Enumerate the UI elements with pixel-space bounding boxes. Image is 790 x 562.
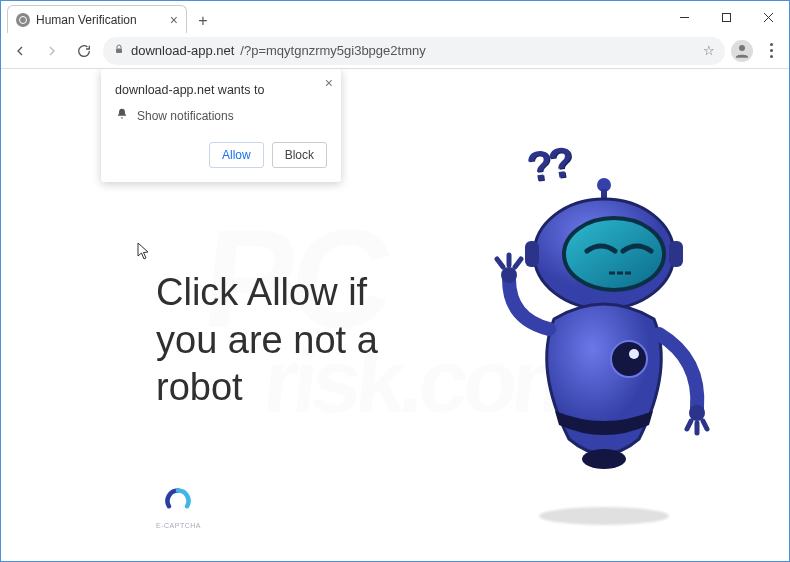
allow-button[interactable]: Allow bbox=[209, 142, 264, 168]
headline-line-2: you are not a bbox=[156, 317, 378, 365]
svg-rect-1 bbox=[722, 13, 730, 21]
headline: Click Allow if you are not a robot bbox=[156, 269, 378, 412]
popup-close-button[interactable]: × bbox=[325, 75, 333, 91]
minimize-button[interactable] bbox=[663, 3, 705, 31]
address-bar[interactable]: download-app.net/?p=mqytgnzrmy5gi3bpge2t… bbox=[103, 37, 725, 65]
robot-illustration: ?? bbox=[469, 159, 739, 529]
svg-point-15 bbox=[611, 341, 647, 377]
svg-point-9 bbox=[564, 218, 664, 290]
forward-button[interactable] bbox=[39, 38, 65, 64]
globe-icon bbox=[16, 13, 30, 27]
svg-point-19 bbox=[582, 449, 626, 469]
page-content: PC risk.com × download-app.net wants to … bbox=[1, 69, 789, 561]
back-button[interactable] bbox=[7, 38, 33, 64]
block-button[interactable]: Block bbox=[272, 142, 327, 168]
captcha-badge: E-CAPTCHA bbox=[156, 488, 201, 529]
notification-permission-popup: × download-app.net wants to Show notific… bbox=[101, 69, 341, 182]
kebab-menu-button[interactable] bbox=[759, 39, 783, 63]
close-tab-button[interactable]: × bbox=[170, 13, 178, 27]
svg-rect-14 bbox=[669, 241, 683, 267]
svg-rect-13 bbox=[525, 241, 539, 267]
close-window-button[interactable] bbox=[747, 3, 789, 31]
url-host: download-app.net bbox=[131, 43, 234, 58]
lock-icon bbox=[113, 43, 125, 58]
popup-origin-text: download-app.net wants to bbox=[115, 83, 327, 97]
tab-title: Human Verification bbox=[36, 13, 137, 27]
svg-point-16 bbox=[629, 349, 639, 359]
cursor-icon bbox=[137, 242, 151, 264]
robot-svg bbox=[469, 159, 739, 529]
captcha-label: E-CAPTCHA bbox=[156, 522, 201, 529]
headline-line-3: robot bbox=[156, 364, 378, 412]
maximize-button[interactable] bbox=[705, 3, 747, 31]
url-path: /?p=mqytgnzrmy5gi3bpge2tmny bbox=[240, 43, 425, 58]
bookmark-star-icon[interactable]: ☆ bbox=[703, 43, 715, 58]
browser-toolbar: download-app.net/?p=mqytgnzrmy5gi3bpge2t… bbox=[1, 33, 789, 69]
svg-point-5 bbox=[739, 45, 745, 51]
robot-shadow bbox=[539, 507, 669, 525]
svg-rect-4 bbox=[116, 49, 122, 54]
captcha-logo-icon bbox=[165, 488, 191, 518]
profile-button[interactable] bbox=[731, 40, 753, 62]
tab-strip: Human Verification × + bbox=[1, 1, 215, 33]
question-marks-icon: ?? bbox=[524, 138, 574, 192]
reload-button[interactable] bbox=[71, 38, 97, 64]
browser-tab[interactable]: Human Verification × bbox=[7, 5, 187, 33]
headline-line-1: Click Allow if bbox=[156, 269, 378, 317]
bell-icon bbox=[115, 107, 129, 124]
titlebar: Human Verification × + bbox=[1, 1, 789, 33]
new-tab-button[interactable]: + bbox=[191, 9, 215, 33]
window-controls bbox=[663, 3, 789, 31]
popup-permission-text: Show notifications bbox=[137, 109, 234, 123]
plus-icon: + bbox=[198, 12, 207, 30]
